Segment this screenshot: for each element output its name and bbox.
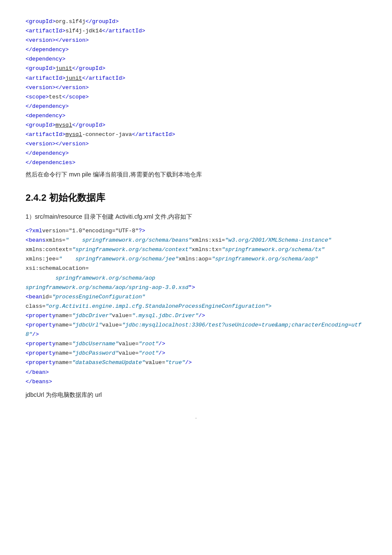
code-line: <artifactId>slf4j-jdk14</artifactId> (26, 26, 366, 36)
code-line: <version></version> (26, 83, 366, 92)
code-line: </dependencies> (26, 158, 366, 168)
code-line: <dependency> (26, 55, 366, 64)
xml-line: <propertyname="jdbcPassword"value="root"… (26, 349, 366, 358)
xml-line: <beansxmlns=" springframework.org/schema… (26, 236, 366, 245)
top-code-block: <groupId>org.slf4j</groupId><artifactId>… (26, 17, 366, 179)
xml-line: <propertyname="databaseSchemaUpdate"valu… (26, 358, 366, 367)
section-heading: 2.4.2 初始化数据库 (26, 191, 366, 204)
code-line: <groupId>org.slf4j</groupId> (26, 17, 366, 26)
code-line: <dependency> (26, 111, 366, 121)
xml-line: class="org.Activiti.engine.impl.cfg.Stan… (26, 302, 366, 311)
xml-line: springframework.org/schema/aop (26, 274, 366, 283)
code-line: </dependency> (26, 45, 366, 55)
xml-line: xmlns:jee=" springframework.org/schema/j… (26, 254, 366, 264)
xml-line: <propertyname="jdbcDriver"value=".mysql.… (26, 311, 366, 321)
top-prose: 然后在命令行下 mvn pile 编译当前项目,将需要的包下载到本地仓库 (26, 170, 366, 180)
code-line: <artifactId>junit</artifactId> (26, 74, 366, 83)
code-line: <scope>test</scope> (26, 92, 366, 102)
code-line: <groupId>junit</groupId> (26, 64, 366, 73)
xml-line: <beanid="processEngineConfiguration" (26, 292, 366, 302)
page-dot: . (26, 413, 366, 420)
section-number: 2.4.2 (26, 192, 46, 203)
xml-line: <propertyname="jdbcUrl"value="jdbc:mysql… (26, 321, 366, 339)
footer-prose: jdbcUrl 为你电脑数据库的 url (26, 390, 366, 400)
xml-line: </beans> (26, 377, 366, 387)
code-line: <version></version> (26, 36, 366, 45)
code-line: <version></version> (26, 139, 366, 149)
xml-line: xsi:schemaLocation= (26, 264, 366, 273)
xml-line: <propertyname="jdbcUsername"value="root"… (26, 339, 366, 349)
xml-line: </bean> (26, 368, 366, 377)
xml-line: <?xmlversion="1.0"encoding="UTF-8"?> (26, 226, 366, 236)
xml-line: xmlns:context="springframework.org/schem… (26, 245, 366, 254)
code-line: </dependency> (26, 149, 366, 158)
code-line: <artifactId>mysql-connector-java</artifa… (26, 130, 366, 139)
code-line: </dependency> (26, 102, 366, 111)
section-title: 初始化数据库 (49, 192, 105, 203)
code-line: <groupId>mysql</groupId> (26, 121, 366, 130)
xml-code-block: <?xmlversion="1.0"encoding="UTF-8"?><bea… (26, 226, 366, 387)
xml-line: springframework.org/schema/aop/spring-ao… (26, 283, 366, 292)
body-prose-1: 1）src/main/resource 目录下创建 Activiti.cfg.x… (26, 212, 366, 222)
